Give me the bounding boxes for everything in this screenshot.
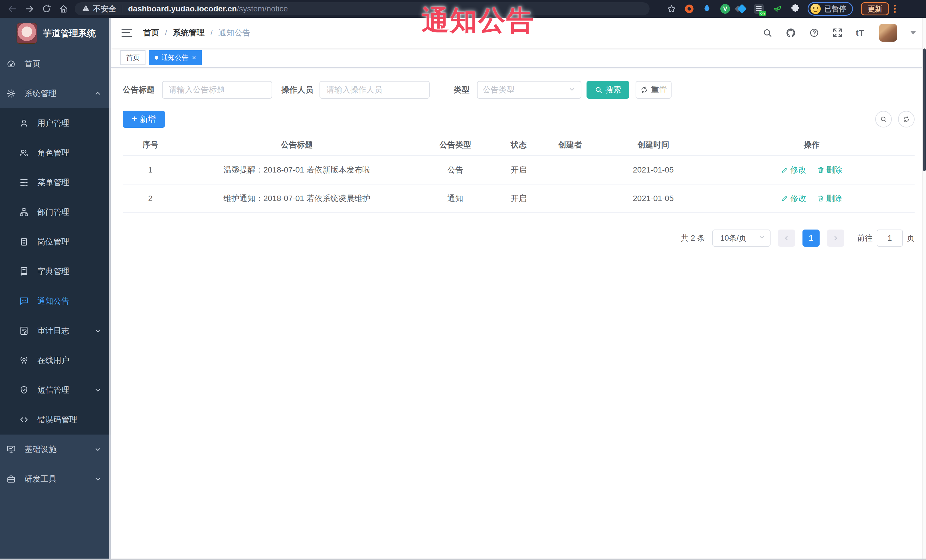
screen: 不安全 dashboard.yudao.iocoder.cn /system/n… — [0, 0, 926, 560]
reset-button[interactable]: 重置 — [635, 81, 672, 99]
table-row: 1 温馨提醒：2018-07-01 若依新版本发布啦 公告 开启 2021-01… — [123, 156, 915, 184]
gear-icon — [6, 89, 16, 98]
next-page-button[interactable] — [827, 229, 844, 247]
sidebar-item-audit-log[interactable]: 审计日志 — [0, 316, 111, 346]
col-create-time: 创建时间 — [598, 134, 709, 156]
operator-label: 操作人员 — [281, 85, 313, 95]
table-toolbar: + 新增 — [123, 111, 915, 128]
sidebar-item-dev-tools[interactable]: 研发工具 — [0, 464, 111, 494]
bookmark-star-icon[interactable] — [667, 4, 676, 14]
toolbox-icon — [6, 474, 16, 484]
user-icon — [19, 118, 29, 128]
log-edit-icon — [19, 326, 29, 336]
prev-page-button[interactable] — [778, 229, 795, 247]
extensions-puzzle-icon[interactable] — [790, 3, 800, 14]
browser-reload-icon[interactable] — [42, 4, 51, 14]
paused-label: 已暂停 — [824, 4, 846, 14]
navbar-actions: tT — [762, 24, 916, 42]
search-icon — [595, 86, 602, 94]
extension-on-badge: on — [759, 11, 766, 16]
delete-button[interactable]: 删除 — [817, 165, 842, 175]
sidebar-item-home[interactable]: 首页 — [0, 49, 111, 79]
sidebar-item-user-management[interactable]: 用户管理 — [0, 108, 111, 138]
chevron-left-icon — [783, 235, 790, 242]
extension-orange-ring-icon[interactable] — [685, 5, 693, 13]
avatar-caret-down-icon[interactable] — [911, 32, 916, 35]
sidebar-item-role-management[interactable]: 角色管理 — [0, 138, 111, 168]
chevron-down-icon — [758, 234, 766, 243]
address-bar[interactable]: 不安全 dashboard.yudao.iocoder.cn /system/n… — [75, 2, 649, 15]
github-icon[interactable] — [786, 28, 796, 38]
notice-title-input[interactable] — [162, 81, 272, 99]
sidebar-item-post-management[interactable]: 岗位管理 — [0, 227, 111, 257]
col-creator: 创建者 — [542, 134, 598, 156]
table-header-row: 序号 公告标题 公告类型 状态 创建者 创建时间 操作 — [123, 134, 915, 156]
extension-leaf-icon[interactable] — [772, 3, 782, 14]
sidebar-item-infrastructure[interactable]: 基础设施 — [0, 435, 111, 464]
online-user-icon — [19, 356, 29, 365]
extension-switch-icon[interactable]: on — [754, 4, 764, 14]
browser-update-button[interactable]: 更新 — [861, 2, 889, 15]
app-logo-row[interactable]: 芋道管理系统 — [0, 18, 111, 49]
sidebar-item-online-users[interactable]: 在线用户 — [0, 346, 111, 375]
sidebar-item-notice[interactable]: 通知公告 — [0, 286, 111, 316]
refresh-table-button[interactable] — [898, 111, 915, 127]
chevron-down-icon — [94, 386, 101, 394]
trash-icon — [817, 166, 825, 174]
goto-label: 前往 — [857, 233, 873, 243]
operator-input[interactable] — [319, 81, 430, 99]
breadcrumb-separator: / — [165, 28, 167, 37]
dashboard-icon — [6, 59, 16, 69]
security-label[interactable]: 不安全 — [93, 4, 116, 14]
notice-title-label: 公告标题 — [123, 85, 154, 95]
browser-back-icon[interactable] — [8, 4, 17, 14]
sidebar-item-menu-management[interactable]: 菜单管理 — [0, 168, 111, 197]
font-size-icon[interactable]: tT — [856, 28, 864, 38]
window-bottom-edge — [0, 558, 926, 560]
table-tools — [875, 111, 915, 127]
help-icon[interactable] — [809, 28, 819, 38]
notice-type-select[interactable]: 公告类型 — [477, 81, 581, 99]
extension-blue-diamond-icon[interactable] — [737, 4, 747, 14]
breadcrumb-home[interactable]: 首页 — [143, 27, 159, 38]
goto-page-input[interactable] — [877, 229, 903, 247]
sidebar-item-sms-management[interactable]: 短信管理 — [0, 375, 111, 405]
profile-paused-pill[interactable]: 已暂停 — [808, 2, 853, 16]
tag-notice[interactable]: 通知公告 × — [149, 50, 202, 65]
page-scrollbar[interactable] — [922, 18, 926, 560]
browser-menu-kebab-icon[interactable] — [894, 5, 896, 13]
update-label: 更新 — [867, 4, 882, 14]
delete-button[interactable]: 删除 — [817, 193, 842, 204]
page-size-select[interactable]: 10条/页 — [712, 229, 770, 247]
extensions-area: V on — [667, 3, 800, 14]
extension-drop-icon[interactable] — [702, 3, 712, 14]
page-1-button[interactable]: 1 — [802, 229, 820, 247]
sidebar-item-dept-management[interactable]: 部门管理 — [0, 197, 111, 227]
edit-button[interactable]: 修改 — [781, 165, 806, 175]
close-icon[interactable]: × — [192, 54, 196, 61]
collapse-sidebar-icon[interactable] — [121, 29, 132, 37]
sidebar-item-dict-management[interactable]: 字典管理 — [0, 257, 111, 286]
browser-home-icon[interactable] — [59, 4, 68, 14]
dict-book-icon — [19, 267, 29, 276]
post-badge-icon — [19, 237, 29, 247]
search-icon[interactable] — [762, 28, 773, 38]
search-button[interactable]: 搜索 — [587, 81, 629, 99]
type-label: 类型 — [454, 85, 469, 95]
scrollbar-thumb[interactable] — [923, 48, 926, 171]
toggle-search-button[interactable] — [875, 111, 892, 127]
fullscreen-icon[interactable] — [832, 28, 843, 38]
add-button[interactable]: + 新增 — [123, 111, 165, 128]
tag-home[interactable]: 首页 — [120, 50, 145, 65]
breadcrumb-separator: / — [210, 28, 213, 37]
sidebar-scrollbar[interactable] — [109, 18, 111, 560]
edit-button[interactable]: 修改 — [781, 193, 806, 204]
col-index: 序号 — [123, 134, 178, 156]
sidebar-item-system-management[interactable]: 系统管理 — [0, 79, 111, 108]
breadcrumb-system[interactable]: 系统管理 — [173, 27, 205, 38]
extension-vue-devtools-icon[interactable]: V — [720, 4, 730, 14]
annotation-overlay-title: 通知公告 — [422, 2, 535, 39]
browser-forward-icon[interactable] — [24, 4, 34, 14]
user-avatar[interactable] — [879, 24, 897, 42]
sidebar-item-error-code-management[interactable]: 错误码管理 — [0, 405, 111, 435]
